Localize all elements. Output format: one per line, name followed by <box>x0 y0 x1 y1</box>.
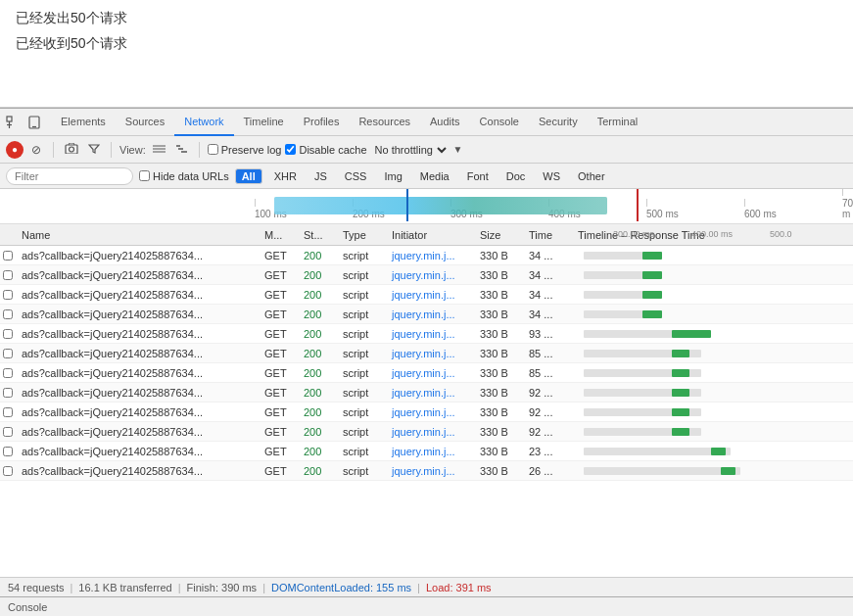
header-size: Size <box>476 229 525 241</box>
record-button[interactable]: ● <box>6 141 24 159</box>
row-type: script <box>339 426 388 438</box>
row-checkbox[interactable] <box>0 447 16 456</box>
table-row[interactable]: ads?callback=jQuery214025887634... GET 2… <box>0 344 853 363</box>
table-row[interactable]: ads?callback=jQuery214025887634... GET 2… <box>0 363 853 383</box>
filter-js-button[interactable]: JS <box>308 169 333 183</box>
row-name: ads?callback=jQuery214025887634... <box>16 367 261 379</box>
table-row[interactable]: ads?callback=jQuery214025887634... GET 2… <box>0 422 853 442</box>
row-checkbox[interactable] <box>0 368 16 378</box>
requests-count: 54 requests <box>8 582 64 593</box>
row-status: 200 <box>300 465 339 477</box>
tab-timeline[interactable]: Timeline <box>234 109 294 136</box>
row-size: 330 B <box>476 308 525 320</box>
tab-elements[interactable]: Elements <box>51 109 116 136</box>
row-size: 330 B <box>476 367 525 379</box>
hide-data-urls-checkbox[interactable]: Hide data URLs <box>139 170 229 182</box>
row-name: ads?callback=jQuery214025887634... <box>16 387 261 399</box>
row-name: ads?callback=jQuery214025887634... <box>16 426 261 438</box>
tab-audits[interactable]: Audits <box>420 109 470 136</box>
load-time-label: Load: 391 ms <box>426 582 492 593</box>
row-status: 200 <box>300 308 339 320</box>
row-timeline <box>574 422 853 441</box>
view-label: View: <box>119 144 146 156</box>
row-checkbox[interactable] <box>0 270 16 280</box>
filter-css-button[interactable]: CSS <box>339 169 373 183</box>
row-checkbox[interactable] <box>0 290 16 300</box>
filter-other-button[interactable]: Other <box>572 169 611 183</box>
table-row[interactable]: ads?callback=jQuery214025887634... GET 2… <box>0 324 853 344</box>
filter-ws-button[interactable]: WS <box>537 169 566 183</box>
filter-doc-button[interactable]: Doc <box>500 169 532 183</box>
table-row[interactable]: ads?callback=jQuery214025887634... GET 2… <box>0 246 853 265</box>
row-status: 200 <box>300 446 339 457</box>
row-checkbox[interactable] <box>0 251 16 261</box>
tab-console[interactable]: Console <box>470 109 529 136</box>
table-row[interactable]: ads?callback=jQuery214025887634... GET 2… <box>0 461 853 481</box>
row-checkbox[interactable] <box>0 407 16 417</box>
preserve-log-checkbox[interactable]: Preserve log <box>208 144 282 156</box>
table-row[interactable]: ads?callback=jQuery214025887634... GET 2… <box>0 305 853 324</box>
row-timeline <box>574 265 853 284</box>
filter-input[interactable] <box>6 167 133 185</box>
filter-img-button[interactable]: Img <box>378 169 407 183</box>
finish-time: Finish: 390 ms <box>187 582 258 593</box>
dom-content-loaded-label: DOMContentLoaded: 155 ms <box>271 582 411 593</box>
row-time: 92 ... <box>525 426 574 438</box>
row-checkbox[interactable] <box>0 388 16 398</box>
console-label: Console <box>8 601 47 613</box>
row-checkbox[interactable] <box>0 466 16 476</box>
row-time: 92 ... <box>525 387 574 399</box>
table-row[interactable]: ads?callback=jQuery214025887634... GET 2… <box>0 403 853 422</box>
row-name: ads?callback=jQuery214025887634... <box>16 289 261 301</box>
disable-cache-checkbox[interactable]: Disable cache <box>285 144 366 156</box>
table-row[interactable]: ads?callback=jQuery214025887634... GET 2… <box>0 442 853 461</box>
row-method: GET <box>261 328 300 340</box>
row-size: 330 B <box>476 250 525 261</box>
row-time: 23 ... <box>525 446 574 457</box>
tab-security[interactable]: Security <box>529 109 588 136</box>
row-name: ads?callback=jQuery214025887634... <box>16 250 261 261</box>
camera-icon[interactable] <box>62 143 81 156</box>
row-size: 330 B <box>476 328 525 340</box>
tab-sources[interactable]: Sources <box>116 109 174 136</box>
svg-point-6 <box>70 147 74 152</box>
row-name: ads?callback=jQuery214025887634... <box>16 446 261 457</box>
clear-button[interactable]: ⊘ <box>27 141 45 159</box>
row-checkbox[interactable] <box>0 309 16 319</box>
table-row[interactable]: ads?callback=jQuery214025887634... GET 2… <box>0 285 853 305</box>
filter-media-button[interactable]: Media <box>414 169 455 183</box>
table-row[interactable]: ads?callback=jQuery214025887634... GET 2… <box>0 383 853 403</box>
inspect-icon[interactable] <box>4 114 22 131</box>
console-bar[interactable]: Console <box>0 596 853 616</box>
row-timeline <box>574 246 853 264</box>
ruler-700ms: 700 m <box>842 198 853 219</box>
row-method: GET <box>261 465 300 477</box>
activity-bar <box>274 197 607 214</box>
table-row[interactable]: ads?callback=jQuery214025887634... GET 2… <box>0 265 853 285</box>
tab-network[interactable]: Network <box>174 109 233 136</box>
row-method: GET <box>261 426 300 438</box>
filter-icon[interactable] <box>85 144 103 156</box>
tab-resources[interactable]: Resources <box>349 109 420 136</box>
row-checkbox[interactable] <box>0 427 16 437</box>
received-text: 已经收到50个请求 <box>16 35 837 53</box>
sent-text: 已经发出50个请求 <box>16 10 837 27</box>
waterfall-view-icon[interactable] <box>172 144 191 156</box>
row-timeline <box>574 363 853 382</box>
tab-terminal[interactable]: Terminal <box>588 109 648 136</box>
row-checkbox[interactable] <box>0 349 16 358</box>
filter-xhr-button[interactable]: XHR <box>268 169 303 183</box>
row-name: ads?callback=jQuery214025887634... <box>16 465 261 477</box>
list-view-icon[interactable] <box>150 144 168 156</box>
device-icon[interactable] <box>25 114 43 131</box>
row-checkbox[interactable] <box>0 329 16 339</box>
row-type: script <box>339 387 388 399</box>
filter-all-button[interactable]: All <box>235 168 262 184</box>
tab-profiles[interactable]: Profiles <box>294 109 350 136</box>
row-size: 330 B <box>476 465 525 477</box>
load-line <box>637 189 639 221</box>
throttling-select[interactable]: No throttling <box>371 143 450 157</box>
row-status: 200 <box>300 406 339 418</box>
filter-font-button[interactable]: Font <box>461 169 495 183</box>
row-method: GET <box>261 367 300 379</box>
